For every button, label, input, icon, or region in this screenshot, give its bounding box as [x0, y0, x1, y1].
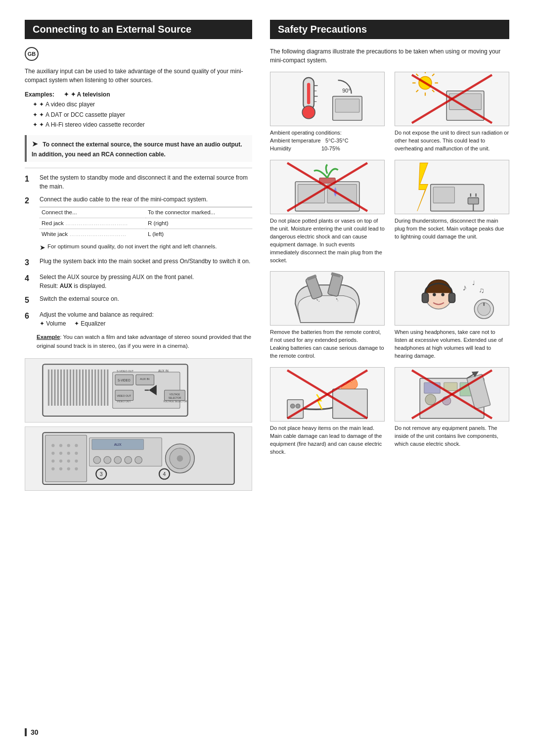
thunderstorm-caption: During thunderstorms, disconnect the mai… [395, 217, 509, 241]
step-1: 1 Set the system to standby mode and dis… [25, 173, 252, 191]
svg-point-42 [75, 444, 78, 447]
svg-text:90°: 90° [342, 88, 350, 94]
step-5: 5 Switch the external source on. [25, 294, 252, 306]
sun-img [395, 72, 509, 126]
svg-rect-11 [79, 370, 81, 406]
step-2: 2 Connect the audio cable to the rear of… [25, 195, 252, 253]
svg-text:S-VIDEO OUT: S-VIDEO OUT [117, 370, 134, 373]
svg-rect-94 [298, 184, 325, 203]
left-section-header: Connecting to an External Source [25, 20, 252, 39]
step-6: 6 Adjust the volume and balance as requi… [25, 310, 252, 328]
svg-rect-71 [307, 83, 310, 104]
svg-point-40 [59, 444, 62, 447]
safety-item-cable: Do not place heavy items on the main lea… [270, 367, 385, 456]
page-number-container: 30 [25, 716, 509, 736]
cable-caption: Do not place heavy items on the main lea… [270, 425, 385, 456]
svg-rect-17 [97, 370, 99, 406]
plants-img [270, 160, 385, 214]
svg-text:VOLTAGE: VOLTAGE [170, 393, 180, 396]
svg-rect-38 [45, 435, 87, 482]
svg-rect-12 [82, 370, 84, 406]
ambient-img: 90° [270, 72, 385, 126]
svg-point-52 [59, 468, 62, 471]
safety-grid: 90° Ambient operating conditions:Ambient… [270, 72, 509, 456]
optimum-note: ➤ For optimum sound quality, do not inve… [40, 242, 252, 253]
step-list: 1 Set the system to standby mode and dis… [25, 173, 252, 329]
svg-rect-3 [54, 370, 55, 406]
svg-rect-10 [76, 370, 77, 406]
svg-point-60 [114, 457, 122, 464]
svg-rect-18 [101, 370, 102, 406]
right-column: Safety Precautions The following diagram… [270, 20, 509, 707]
svg-rect-15 [91, 370, 93, 406]
back-panel-svg: S-VIDEO AUX IN VIDEO OUT VOLTAGE SE [37, 362, 240, 419]
page: Connecting to an External Source GB The … [0, 0, 534, 756]
headphones-caption: When using headphones, take care not to … [395, 329, 509, 360]
svg-rect-6 [63, 370, 65, 406]
svg-rect-9 [73, 370, 74, 406]
svg-rect-131 [424, 382, 440, 393]
svg-rect-1 [48, 370, 49, 406]
svg-point-72 [302, 106, 315, 119]
panels-caption: Do not remove any equipment panels. The … [395, 425, 509, 448]
svg-text:AUX IN: AUX IN [140, 378, 149, 380]
examples-label: Examples: [25, 91, 54, 98]
svg-text:SELECTOR: SELECTOR [169, 397, 181, 400]
svg-point-50 [75, 460, 78, 463]
svg-line-88 [432, 90, 434, 92]
svg-text:VIDEO OUT: VIDEO OUT [117, 394, 132, 397]
batteries-caption: Remove the batteries from the remote con… [270, 329, 385, 360]
svg-text:AUX IN: AUX IN [158, 369, 169, 373]
svg-point-53 [67, 468, 70, 471]
svg-rect-79 [335, 99, 359, 112]
safety-item-panels: Do not remove any equipment panels. The … [395, 367, 509, 456]
svg-point-125 [290, 404, 295, 409]
svg-point-114 [433, 293, 436, 296]
svg-rect-13 [85, 370, 87, 406]
device-front-panel-diagram: AUX 3 4 [25, 426, 252, 491]
svg-rect-7 [66, 370, 68, 406]
svg-text:VOLTAGE SELECTOR: VOLTAGE SELECTOR [163, 400, 187, 403]
svg-text:4: 4 [163, 472, 166, 477]
svg-line-90 [416, 90, 418, 92]
svg-rect-116 [422, 293, 429, 303]
svg-line-87 [416, 74, 418, 76]
thunderstorm-img [395, 160, 509, 214]
device-back-panel-diagram: S-VIDEO AUX IN VIDEO OUT VOLTAGE SE [25, 358, 252, 423]
svg-point-44 [59, 452, 62, 455]
safety-intro: The following diagrams illustrate the pr… [270, 47, 509, 65]
headphones-img: ♪ ♩ ♫ [395, 271, 509, 326]
svg-point-47 [51, 460, 54, 463]
svg-text:AUX: AUX [114, 443, 122, 447]
left-section-title: Connecting to an External Source [33, 24, 191, 35]
step-3: 3 Plug the system back into the main soc… [25, 257, 252, 269]
svg-point-54 [75, 468, 78, 471]
svg-text:♩: ♩ [472, 280, 475, 286]
svg-text:♪: ♪ [463, 283, 467, 292]
svg-rect-127 [333, 389, 367, 418]
warning-text: To connect the external source, the sour… [32, 141, 242, 158]
svg-point-58 [93, 457, 101, 464]
safety-item-ambient: 90° Ambient operating conditions:Ambient… [270, 72, 385, 153]
svg-point-45 [67, 452, 70, 455]
svg-rect-2 [51, 370, 52, 406]
connection-table: Connect the... To the connector marked..… [40, 207, 252, 240]
svg-point-59 [104, 457, 111, 464]
svg-point-65 [177, 456, 183, 462]
sun-caption: Do not expose the unit to direct sun rad… [395, 129, 509, 153]
svg-rect-20 [107, 370, 108, 406]
svg-marker-102 [417, 163, 428, 211]
svg-text:VIDEO OUT: VIDEO OUT [117, 400, 132, 403]
svg-line-89 [432, 74, 434, 76]
svg-point-61 [125, 457, 132, 464]
svg-rect-16 [94, 370, 96, 406]
safety-item-headphones: ♪ ♩ ♫ When using headphones, take care n… [395, 271, 509, 360]
svg-point-43 [51, 452, 54, 455]
equipment-images: S-VIDEO AUX IN VIDEO OUT VOLTAGE SE [25, 358, 252, 491]
svg-rect-117 [449, 293, 455, 303]
step-4: 4 Select the AUX source by pressing AUX … [25, 273, 252, 290]
ambient-caption: Ambient operating conditions:Ambient tem… [270, 129, 385, 153]
safety-item-sun: Do not expose the unit to direct sun rad… [395, 72, 509, 153]
svg-point-62 [135, 457, 142, 464]
svg-point-51 [51, 468, 54, 471]
